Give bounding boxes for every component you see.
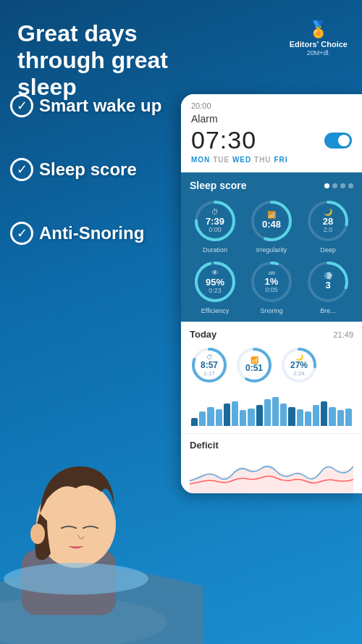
dot-2 — [332, 183, 337, 188]
alarm-day-thu: THU — [254, 156, 272, 164]
bar-17 — [329, 407, 335, 426]
bar-18 — [337, 410, 344, 426]
today-deep-value: 27% — [290, 361, 308, 370]
bar-6 — [240, 410, 246, 426]
alarm-toggle[interactable] — [324, 133, 352, 149]
sleep-score-title: Sleep score — [190, 180, 247, 191]
today-metrics: ⏱ 8:57 1:17 📶 0:51 — [190, 346, 353, 386]
snoring-icon: zzz — [265, 270, 279, 276]
metric-deep: 🌙 28 2:0 Deep — [303, 198, 353, 254]
today-header: Today 21:49 — [190, 329, 353, 340]
alarm-day-wed: WED — [232, 156, 251, 164]
alarm-day-fri: FRI — [274, 156, 287, 164]
snoring-sub: 0:05 — [265, 287, 279, 293]
metric-snoring-circle: zzz 1% 0:05 — [249, 259, 294, 304]
alarm-time-display: 07:30 — [191, 126, 352, 154]
metric-breathing-circle: 💨 3 — [306, 259, 350, 304]
bar-3 — [216, 409, 222, 426]
metric-deep-circle: 🌙 28 2:0 — [306, 198, 350, 243]
today-duration-value: 8:57 — [201, 361, 218, 370]
bar-9 — [264, 399, 271, 426]
today-deep-circle: 🌙 27% 2:24 — [279, 346, 319, 385]
bar-12 — [288, 407, 295, 426]
person-illustration — [0, 340, 203, 644]
bar-11 — [280, 403, 287, 426]
deep-sub: 2:0 — [323, 227, 333, 233]
today-duration-sub: 1:17 — [201, 370, 218, 377]
metric-duration: ⏱ 7:39 0:00 Duration — [190, 198, 240, 254]
check-icon-1: ✓ — [10, 94, 33, 117]
badge-title: Editors' Choice — [290, 39, 348, 49]
dot-3 — [340, 183, 345, 188]
bar-7 — [248, 409, 254, 426]
bar-14 — [305, 411, 311, 426]
duration-sub: 0:00 — [206, 227, 224, 233]
irregularity-value: 0:48 — [262, 219, 281, 230]
alarm-section: 20:00 Alarm 07:30 MON TUE WED THU FRI — [181, 94, 362, 172]
alarm-day-mon: MON — [191, 156, 210, 164]
feature-anti-snoring: ✓ Anti-Snoring — [10, 222, 161, 245]
check-icon-3: ✓ — [10, 222, 33, 245]
efficiency-icon: 👁 — [206, 269, 224, 277]
alarm-label: Alarm — [191, 113, 352, 125]
duration-icon: ⏱ — [206, 209, 224, 216]
pagination-dots — [324, 183, 353, 188]
snoring-value: 1% — [265, 277, 279, 287]
deficit-title: Deficit — [190, 440, 353, 451]
feature-sleep-score: ✓ Sleep score — [10, 158, 161, 181]
feature-label-2: Sleep score — [39, 159, 137, 180]
alarm-days: MON TUE WED THU FRI — [191, 156, 352, 164]
feature-smart-wake-up: ✓ Smart wake up — [10, 94, 161, 117]
sleep-score-header: Sleep score — [190, 180, 353, 191]
dot-4 — [348, 183, 353, 188]
feature-label-3: Anti-Snoring — [39, 223, 144, 243]
alarm-status-time: 20:00 — [191, 101, 352, 110]
bar-4 — [224, 403, 230, 426]
header: Great days through great sleep 🏅 Editors… — [0, 0, 362, 107]
bar-5 — [232, 401, 238, 426]
efficiency-value: 95% — [206, 277, 224, 288]
metric-snoring: zzz 1% 0:05 Snoring — [246, 259, 297, 314]
efficiency-label: Efficiency — [201, 307, 229, 314]
duration-label: Duration — [203, 246, 227, 254]
bar-1 — [199, 411, 206, 426]
snoring-label: Snoring — [260, 307, 282, 314]
irregularity-label: Irregularity — [256, 246, 287, 254]
badge-wreath-icon: 🏅 — [308, 20, 328, 39]
bar-8 — [256, 405, 263, 426]
breathing-value: 3 — [324, 280, 332, 290]
sleep-score-section: Sleep score ⏱ 7:39 0:00 Durat — [181, 172, 362, 322]
deep-label: Deep — [320, 246, 336, 254]
alarm-day-tue: TUE — [213, 156, 232, 164]
today-irregularity-value: 0:51 — [245, 364, 263, 373]
deep-value: 28 — [323, 217, 333, 227]
bar-16 — [321, 401, 327, 426]
svg-point-4 — [4, 563, 148, 595]
today-duration-circle: ⏱ 8:57 1:17 — [190, 346, 229, 385]
irregularity-icon: 📶 — [262, 212, 281, 219]
editors-choice-badge: 🏅 Editors' Choice 20M+dl. — [290, 20, 348, 57]
metric-duration-circle: ⏱ 7:39 0:00 — [193, 198, 237, 243]
today-metric-irregularity: 📶 0:51 — [235, 346, 274, 386]
deficit-chart-svg — [190, 453, 353, 493]
breathing-label: Bre... — [320, 307, 336, 314]
sleep-metrics-grid: ⏱ 7:39 0:00 Duration 📶 0:48 Irregularity — [190, 198, 353, 314]
metric-irregularity-circle: 📶 0:48 — [249, 198, 294, 243]
duration-value: 7:39 — [206, 217, 224, 227]
metric-efficiency-circle: 👁 95% 0:23 — [193, 259, 237, 304]
bar-19 — [345, 409, 352, 426]
check-icon-2: ✓ — [10, 158, 33, 181]
bar-15 — [313, 405, 319, 426]
today-metric-duration: ⏱ 8:57 1:17 — [190, 346, 229, 386]
bar-13 — [297, 409, 303, 426]
phone-mockup: 20:00 Alarm 07:30 MON TUE WED THU FRI Sl… — [181, 94, 362, 493]
breathing-icon: 💨 — [324, 272, 332, 280]
deep-icon: 🌙 — [323, 209, 333, 216]
deficit-chart — [190, 453, 353, 493]
alarm-time-value: 07:30 — [191, 126, 256, 154]
page-title: Great days through great sleep — [17, 20, 206, 100]
metric-irregularity: 📶 0:48 Irregularity — [246, 198, 297, 254]
bar-chart — [190, 393, 353, 426]
dot-1 — [324, 183, 329, 188]
metric-breathing: 💨 3 Bre... — [303, 259, 353, 314]
